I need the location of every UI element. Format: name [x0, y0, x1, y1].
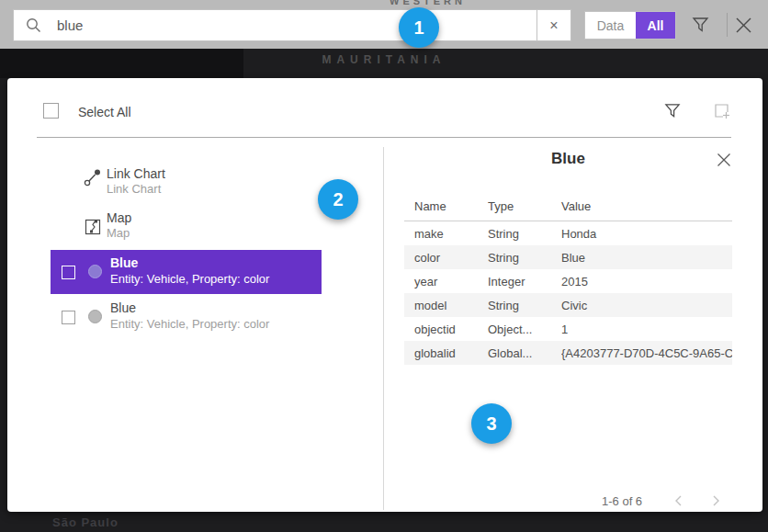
table-row: globalid Global... {A4203777-D70D-4C5C-9… — [404, 341, 732, 365]
cell-name: objectid — [414, 323, 488, 336]
select-all-label: Select All — [78, 105, 131, 119]
toggle-option-all[interactable]: All — [636, 12, 675, 39]
table-row: make String Honda — [404, 221, 732, 245]
attribute-table-headers: Name Type Value — [404, 199, 732, 213]
map-label-western: WESTERN — [390, 0, 466, 6]
cell-value: 1 — [561, 323, 732, 336]
search-input[interactable] — [57, 17, 536, 33]
cell-type: Object... — [488, 323, 561, 336]
map-icon — [85, 219, 101, 239]
entity-circle-icon — [88, 310, 102, 323]
column-header-value: Value — [561, 199, 732, 213]
cell-value: Civic — [561, 299, 732, 312]
result-title-blue: Blue — [110, 255, 138, 270]
toolbar-divider — [727, 13, 728, 37]
link-chart-icon — [83, 167, 103, 191]
pagination-next-icon[interactable] — [708, 493, 723, 512]
pagination-label: 1-6 of 6 — [602, 494, 642, 508]
cell-name: globalid — [414, 346, 488, 360]
result-row-blue-selected[interactable]: Blue Entity: Vehicle, Property: color — [51, 250, 322, 294]
result-subtitle-blue: Entity: Vehicle, Property: color — [110, 272, 269, 286]
data-all-toggle: Data All — [584, 11, 676, 40]
cell-value: Honda — [561, 227, 732, 241]
result-row-blue-unselected[interactable]: Blue Entity: Vehicle, Property: color — [51, 300, 322, 341]
entity-circle-icon — [88, 265, 102, 278]
callout-badge-1: 1 — [399, 7, 439, 48]
result-checkbox[interactable] — [62, 311, 75, 324]
cell-type: String — [488, 299, 561, 312]
cell-value: Blue — [561, 251, 732, 265]
toolbar-close-icon[interactable] — [733, 15, 754, 40]
app-screen: WESTERN × Data All — [0, 0, 768, 532]
column-header-type: Type — [488, 199, 561, 213]
cell-name: model — [414, 299, 488, 312]
cell-type: Global... — [488, 346, 561, 360]
search-group: × — [13, 9, 571, 41]
cell-type: String — [488, 227, 561, 241]
add-to-selection-icon[interactable] — [713, 102, 731, 124]
cell-name: color — [414, 251, 488, 265]
attribute-table: make String Honda color String Blue year… — [404, 221, 732, 365]
pagination-prev-icon[interactable] — [672, 493, 686, 512]
result-checkbox[interactable] — [62, 266, 75, 279]
callout-badge-3: 3 — [471, 403, 512, 444]
search-results-modal: Select All Link Chart Link Chart — [7, 78, 762, 512]
cell-value: 2015 — [561, 275, 732, 289]
cell-value: {A4203777-D70D-4C5C-9A65-C... — [561, 346, 732, 360]
table-row: color String Blue — [404, 245, 732, 269]
search-clear-button[interactable]: × — [536, 10, 570, 40]
detail-panel-title: Blue — [404, 150, 732, 168]
cell-name: year — [414, 275, 488, 289]
filter-icon[interactable] — [691, 15, 710, 38]
map-background-bottom: São Paulo — [0, 512, 768, 532]
result-title-link-chart[interactable]: Link Chart — [107, 166, 165, 181]
header-divider — [37, 137, 731, 138]
callout-badge-2: 2 — [318, 179, 358, 220]
result-subtitle-link-chart: Link Chart — [107, 182, 161, 196]
search-toolbar: WESTERN × Data All — [0, 0, 768, 49]
select-all-checkbox[interactable] — [43, 103, 59, 119]
table-row: year Integer 2015 — [404, 269, 732, 293]
search-field[interactable] — [14, 10, 536, 40]
panel-divider — [383, 147, 384, 510]
map-background-strip: MAURITANIA — [0, 49, 768, 78]
cell-type: String — [488, 251, 561, 265]
result-title-blue: Blue — [110, 300, 136, 315]
cell-type: Integer — [488, 275, 561, 289]
search-icon — [26, 17, 41, 33]
map-label-mauritania: MAURITANIA — [0, 53, 768, 66]
result-subtitle-blue: Entity: Vehicle, Property: color — [110, 317, 269, 331]
table-row: model String Civic — [404, 293, 732, 317]
column-header-name: Name — [414, 199, 488, 213]
results-filter-icon[interactable] — [663, 101, 682, 123]
toggle-option-data[interactable]: Data — [585, 12, 636, 39]
map-label-bottom: São Paulo — [52, 515, 119, 529]
result-title-map[interactable]: Map — [107, 210, 131, 225]
detail-close-icon[interactable] — [716, 152, 732, 172]
result-subtitle-map: Map — [107, 226, 130, 240]
table-row: objectid Object... 1 — [404, 317, 732, 341]
cell-name: make — [414, 227, 488, 241]
